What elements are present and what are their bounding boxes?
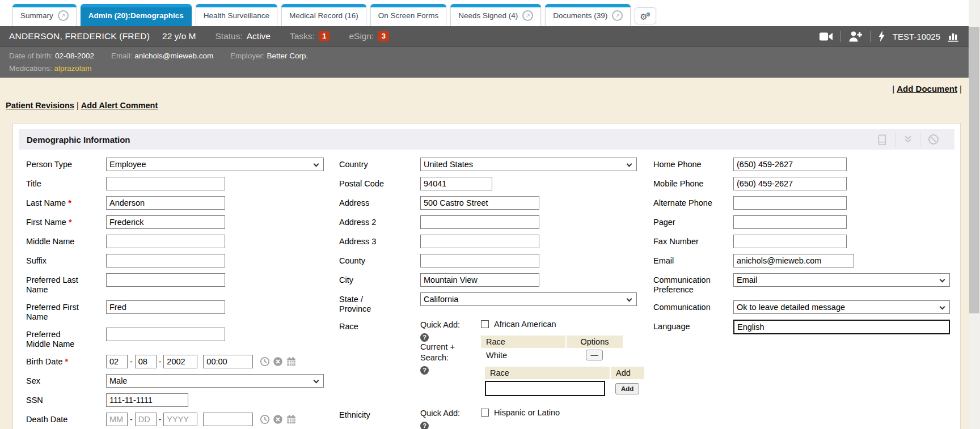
death-year-input[interactable] [163, 413, 197, 426]
clock-icon[interactable] [260, 356, 270, 367]
address2-label: Address 2 [339, 215, 396, 229]
remove-race-button[interactable]: — [586, 350, 603, 360]
patient-revisions-link[interactable]: Patient Revisions [6, 101, 74, 110]
hispanic-latino-checkbox[interactable] [481, 409, 489, 417]
last-name-input[interactable] [106, 196, 225, 210]
bar-chart-icon[interactable] [948, 31, 960, 42]
last-name-label: Last Name* [26, 196, 86, 210]
esign-count-badge[interactable]: 3 [378, 31, 389, 41]
death-month-input[interactable] [106, 413, 128, 426]
chevron-down-icon [314, 162, 319, 167]
medications-label: Medications: [9, 64, 52, 73]
communication-select[interactable]: Ok to leave detailed message [733, 300, 950, 314]
death-time-input[interactable] [203, 413, 253, 426]
tab-documents[interactable]: Documents (39) ↗ [545, 4, 631, 26]
preferred-last-name-input[interactable] [106, 273, 225, 287]
preferred-middle-name-input[interactable] [106, 328, 225, 341]
ssn-input[interactable] [106, 393, 188, 407]
communication-preference-label: Communication Preference [653, 273, 716, 295]
tab-summary[interactable]: Summary ↗ [12, 4, 77, 26]
country-label: Country [339, 158, 396, 171]
mobile-phone-input[interactable] [733, 177, 847, 190]
birth-date-label: Birth Date* [26, 355, 86, 368]
country-select[interactable]: United States [420, 158, 637, 171]
birth-time-input[interactable] [203, 355, 253, 368]
suffix-label: Suffix [26, 254, 86, 267]
preferred-first-name-label: Preferred First Name [26, 300, 86, 322]
death-day-input[interactable] [135, 413, 157, 426]
clock-icon[interactable] [260, 414, 270, 424]
vertical-scrollbar[interactable] [969, 0, 980, 429]
ethnicity-quick-add-help: Quick Add: ? [420, 408, 470, 429]
add-alert-comment-link[interactable]: Add Alert Comment [81, 101, 158, 110]
state-province-select[interactable]: California [420, 292, 637, 306]
tab-on-screen-forms[interactable]: On Screen Forms [370, 4, 447, 26]
first-name-input[interactable] [106, 215, 225, 229]
preferred-first-name-input[interactable] [106, 300, 225, 314]
help-icon[interactable]: ? [420, 366, 429, 375]
quick-action-lightning-icon[interactable] [878, 31, 885, 42]
address3-label: Address 3 [339, 235, 396, 248]
language-input[interactable] [733, 320, 950, 334]
clear-date-icon[interactable] [273, 414, 283, 424]
calendar-icon[interactable] [286, 414, 297, 424]
disable-circle-slash-icon[interactable] [920, 134, 947, 145]
middle-name-input[interactable] [106, 235, 225, 248]
chart-id[interactable]: TEST-10025 [893, 32, 940, 41]
chevron-down-icon [627, 162, 632, 167]
birth-day-input[interactable] [135, 355, 157, 368]
video-call-icon[interactable] [820, 32, 833, 41]
home-phone-label: Home Phone [653, 158, 716, 171]
help-icon[interactable]: ? [420, 422, 429, 429]
race-search-input[interactable] [485, 381, 605, 396]
mobile-phone-label: Mobile Phone [653, 177, 716, 190]
county-input[interactable] [420, 254, 539, 267]
alternate-phone-input[interactable] [733, 196, 847, 210]
panel-header: Demographic Information [19, 129, 954, 150]
tab-settings-button[interactable]: ⚙⚙ [635, 7, 656, 24]
medications-link[interactable]: alprazolam [54, 64, 92, 73]
collapse-double-chevron-icon[interactable] [896, 135, 920, 143]
home-phone-input[interactable] [733, 158, 847, 171]
tab-medical-record[interactable]: Medical Record (16) [281, 4, 366, 26]
open-external-icon[interactable]: ↗ [522, 10, 533, 21]
race-value: White [481, 348, 566, 362]
fax-number-input[interactable] [733, 235, 847, 248]
address-input[interactable] [420, 196, 539, 210]
open-external-icon[interactable]: ↗ [612, 10, 623, 21]
email-input[interactable] [733, 254, 854, 267]
tasks-count-badge[interactable]: 1 [319, 31, 330, 41]
postal-code-input[interactable] [420, 177, 492, 190]
calendar-icon[interactable] [286, 356, 297, 367]
clear-date-icon[interactable] [273, 356, 283, 367]
birth-month-input[interactable] [106, 355, 128, 368]
tab-admin-demographics[interactable]: Admin (20):Demographics [81, 4, 192, 26]
patient-header-bar: ANDERSON, FREDERICK (FRED) 22 y/o M Stat… [0, 26, 969, 47]
required-marker: * [68, 198, 71, 207]
title-input[interactable] [106, 177, 225, 190]
alternate-phone-label: Alternate Phone [653, 196, 716, 210]
sex-select[interactable]: Male [106, 374, 324, 388]
african-american-checkbox[interactable] [481, 320, 489, 328]
pager-input[interactable] [733, 215, 847, 229]
address2-input[interactable] [420, 215, 539, 229]
communication-preference-select[interactable]: Email [733, 273, 950, 287]
add-person-icon[interactable] [848, 31, 863, 42]
scrollbar-thumb[interactable] [969, 27, 979, 313]
open-external-icon[interactable]: ↗ [58, 10, 69, 21]
table-row: White — [481, 348, 623, 362]
tab-needs-signed[interactable]: Needs Signed (4) ↗ [450, 4, 541, 26]
help-icon[interactable]: ? [420, 333, 429, 342]
journal-icon[interactable] [869, 134, 895, 145]
tab-health-surveillance[interactable]: Health Surveillance [196, 4, 277, 26]
city-input[interactable] [420, 273, 539, 287]
gears-icon: ⚙ [646, 11, 651, 18]
suffix-input[interactable] [106, 254, 225, 267]
add-document-link[interactable]: Add Document [897, 84, 957, 94]
address3-input[interactable] [420, 235, 539, 248]
email-label: Email: [111, 52, 133, 60]
add-race-button[interactable]: Add [615, 383, 639, 394]
african-american-label: African American [494, 320, 556, 329]
birth-year-input[interactable] [163, 355, 197, 368]
person-type-select[interactable]: Employee [106, 158, 324, 171]
